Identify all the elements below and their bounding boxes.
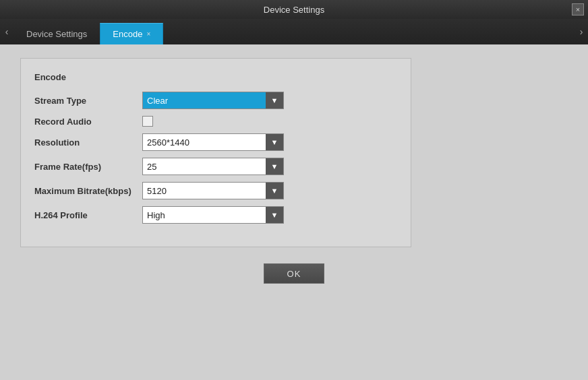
- max-bitrate-row: Maximum Bitrate(kbps) 5120 ▼: [34, 182, 397, 199]
- tab-encode[interactable]: Encode ×: [100, 23, 163, 44]
- tab-nav-left[interactable]: ‹: [0, 19, 13, 44]
- tab-nav-right[interactable]: ›: [575, 19, 588, 44]
- title-bar: Device Settings ×: [0, 0, 588, 19]
- chevron-left-icon: ‹: [5, 26, 9, 37]
- tab-bar: ‹ Device Settings Encode × ›: [0, 19, 588, 44]
- resolution-value: 2560*1440: [143, 134, 266, 150]
- window-title: Device Settings: [264, 5, 324, 15]
- stream-type-row: Stream Type Clear ▼: [34, 92, 397, 109]
- tab-encode-label: Encode: [113, 29, 142, 39]
- chevron-right-icon: ›: [580, 26, 583, 37]
- resolution-label: Resolution: [34, 137, 142, 148]
- encode-panel: Encode Stream Type Clear ▼ Record Audio: [20, 58, 411, 247]
- ok-button[interactable]: OK: [264, 263, 324, 284]
- record-audio-label: Record Audio: [34, 117, 142, 127]
- close-button[interactable]: ×: [572, 3, 584, 15]
- tab-device-settings-label: Device Settings: [26, 29, 87, 39]
- h264-profile-dropdown[interactable]: High ▼: [142, 206, 284, 224]
- frame-rate-value: 25: [143, 158, 266, 175]
- h264-profile-value: High: [143, 207, 266, 223]
- h264-profile-label: H.264 Profile: [34, 210, 142, 220]
- record-audio-row: Record Audio: [34, 116, 397, 127]
- max-bitrate-value: 5120: [143, 183, 266, 199]
- stream-type-dropdown[interactable]: Clear ▼: [142, 92, 284, 109]
- h264-profile-arrow-icon[interactable]: ▼: [266, 207, 283, 223]
- frame-rate-label: Frame Rate(fps): [34, 162, 142, 172]
- resolution-dropdown[interactable]: 2560*1440 ▼: [142, 133, 284, 151]
- ok-button-row: OK: [20, 263, 568, 284]
- stream-type-label: Stream Type: [34, 96, 142, 106]
- frame-rate-arrow-icon[interactable]: ▼: [266, 158, 283, 175]
- max-bitrate-label: Maximum Bitrate(kbps): [34, 186, 142, 196]
- h264-profile-control: High ▼: [142, 206, 284, 224]
- tab-encode-close-icon[interactable]: ×: [146, 31, 150, 38]
- close-icon: ×: [576, 5, 580, 13]
- stream-type-value: Clear: [143, 92, 266, 108]
- encode-section-title: Encode: [34, 72, 397, 82]
- window: Device Settings × ‹ Device Settings Enco…: [0, 0, 588, 380]
- stream-type-control: Clear ▼: [142, 92, 284, 109]
- max-bitrate-dropdown[interactable]: 5120 ▼: [142, 182, 284, 199]
- resolution-control: 2560*1440 ▼: [142, 133, 284, 151]
- frame-rate-control: 25 ▼: [142, 158, 284, 175]
- resolution-arrow-icon[interactable]: ▼: [266, 134, 283, 150]
- record-audio-checkbox[interactable]: [142, 116, 153, 127]
- frame-rate-row: Frame Rate(fps) 25 ▼: [34, 158, 397, 175]
- resolution-row: Resolution 2560*1440 ▼: [34, 133, 397, 151]
- max-bitrate-control: 5120 ▼: [142, 182, 284, 199]
- main-content: Encode Stream Type Clear ▼ Record Audio: [0, 44, 588, 380]
- frame-rate-dropdown[interactable]: 25 ▼: [142, 158, 284, 175]
- max-bitrate-arrow-icon[interactable]: ▼: [266, 183, 283, 199]
- record-audio-control: [142, 116, 284, 127]
- tab-device-settings[interactable]: Device Settings: [13, 23, 100, 44]
- h264-profile-row: H.264 Profile High ▼: [34, 206, 397, 224]
- stream-type-arrow-icon[interactable]: ▼: [266, 92, 283, 108]
